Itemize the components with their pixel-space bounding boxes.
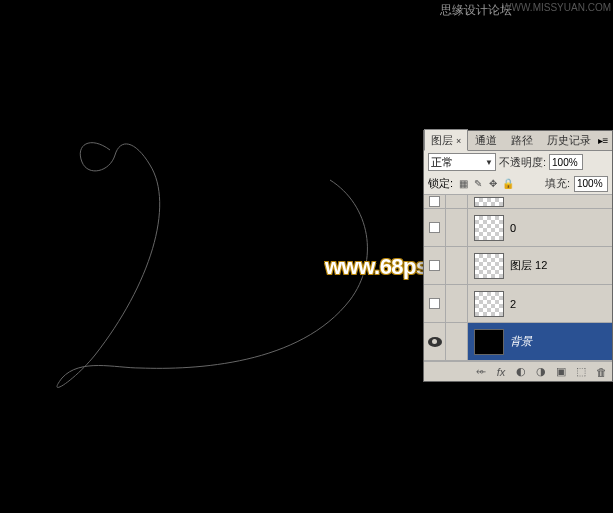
panel-tabs: 图层× 通道 路径 历史记录 [424, 131, 612, 151]
fill-label: 填充: [545, 176, 570, 191]
blend-opacity-row: 正常 ▼ 不透明度: 100% [424, 151, 612, 173]
link-col[interactable] [446, 247, 468, 284]
fill-value: 100% [577, 178, 603, 189]
link-col[interactable] [446, 195, 468, 208]
link-layers-icon[interactable]: ⬰ [474, 365, 488, 379]
new-group-icon[interactable]: ▣ [554, 365, 568, 379]
delete-layer-icon[interactable]: 🗑 [594, 365, 608, 379]
lock-position-icon[interactable]: ✥ [487, 178, 499, 190]
opacity-label: 不透明度: [499, 155, 546, 170]
layer-name[interactable]: 图层 12 [510, 258, 612, 273]
opacity-input[interactable]: 100% [549, 154, 583, 170]
tab-layers-label: 图层 [431, 134, 453, 146]
chevron-down-icon: ▼ [485, 158, 493, 167]
blend-mode-select[interactable]: 正常 ▼ [428, 153, 496, 171]
visibility-toggle[interactable] [424, 195, 446, 208]
new-layer-icon[interactable]: ⬚ [574, 365, 588, 379]
tab-layers[interactable]: 图层× [424, 129, 468, 151]
opacity-value: 100% [552, 157, 578, 168]
link-col[interactable] [446, 285, 468, 322]
layer-thumbnail[interactable] [474, 197, 504, 207]
eye-icon [428, 337, 442, 347]
link-col[interactable] [446, 323, 468, 360]
visibility-toggle[interactable] [424, 323, 446, 360]
layer-name[interactable]: 0 [510, 222, 612, 234]
lock-all-icon[interactable]: 🔒 [502, 178, 514, 190]
layer-mask-icon[interactable]: ◐ [514, 365, 528, 379]
visibility-toggle[interactable] [424, 247, 446, 284]
site-url: WWW.MISSYUAN.COM [502, 2, 611, 13]
layer-thumbnail[interactable] [474, 329, 504, 355]
panel-menu-icon[interactable]: ▸≡ [596, 133, 610, 147]
lock-transparency-icon[interactable]: ▦ [457, 178, 469, 190]
visibility-toggle[interactable] [424, 285, 446, 322]
visibility-toggle[interactable] [424, 209, 446, 246]
layers-list: 0 图层 12 2 背景 [424, 195, 612, 361]
lock-icons: ▦ ✎ ✥ 🔒 [457, 178, 514, 190]
layer-thumbnail[interactable] [474, 291, 504, 317]
link-col[interactable] [446, 209, 468, 246]
layer-row[interactable] [424, 195, 612, 209]
lock-fill-row: 锁定: ▦ ✎ ✥ 🔒 填充: 100% [424, 173, 612, 195]
layer-thumbnail[interactable] [474, 253, 504, 279]
layer-name[interactable]: 背景 [510, 334, 612, 349]
blend-mode-value: 正常 [431, 155, 453, 170]
tab-paths[interactable]: 路径 [504, 129, 540, 150]
layer-style-icon[interactable]: fx [494, 365, 508, 379]
layer-thumbnail[interactable] [474, 215, 504, 241]
lock-pixels-icon[interactable]: ✎ [472, 178, 484, 190]
layers-panel: ▸≡ 图层× 通道 路径 历史记录 正常 ▼ 不透明度: 100% 锁定: ▦ … [423, 130, 613, 382]
tab-history[interactable]: 历史记录 [540, 129, 598, 150]
layer-row[interactable]: 背景 [424, 323, 612, 361]
layer-row[interactable]: 2 [424, 285, 612, 323]
adjustment-layer-icon[interactable]: ◑ [534, 365, 548, 379]
layer-row[interactable]: 0 [424, 209, 612, 247]
layer-row[interactable]: 图层 12 [424, 247, 612, 285]
fill-input[interactable]: 100% [574, 176, 608, 192]
close-icon[interactable]: × [456, 136, 461, 146]
layer-name[interactable]: 2 [510, 298, 612, 310]
lock-label: 锁定: [428, 176, 453, 191]
tab-channels[interactable]: 通道 [468, 129, 504, 150]
panel-footer: ⬰ fx ◐ ◑ ▣ ⬚ 🗑 [424, 361, 612, 381]
